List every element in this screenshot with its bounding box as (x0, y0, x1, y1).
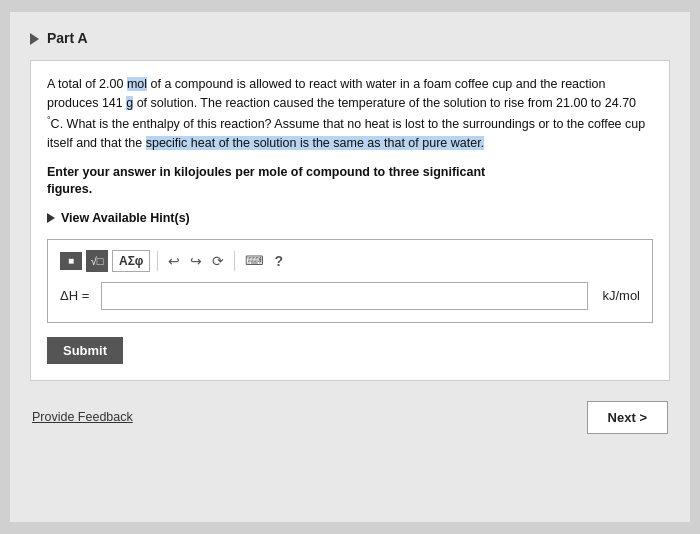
redo-icon: ↪ (190, 253, 202, 269)
part-header: Part A (30, 30, 670, 46)
reset-icon: ⟳ (212, 253, 224, 269)
sqrt-button[interactable]: √□ (86, 250, 108, 272)
sqrt-icon: √□ (91, 255, 104, 267)
highlight-g: g (126, 96, 133, 110)
undo-button[interactable]: ↩ (165, 250, 183, 272)
unit-label: kJ/mol (602, 288, 640, 303)
submit-button[interactable]: Submit (47, 337, 123, 364)
help-label: ? (274, 253, 283, 269)
input-area: ■ √□ ΑΣφ ↩ ↪ ⟳ (47, 239, 653, 323)
help-button[interactable]: ? (271, 250, 286, 272)
hint-expand-icon (47, 213, 55, 223)
hint-label: View Available Hint(s) (61, 211, 190, 225)
instructions-text: Enter your answer in kilojoules per mole… (47, 164, 653, 199)
collapse-icon[interactable] (30, 33, 39, 45)
matrix-icon: ■ (68, 255, 74, 266)
highlight-specific-heat: specific heat of the solution is the sam… (146, 136, 484, 150)
matrix-button[interactable]: ■ (60, 252, 82, 270)
greek-button[interactable]: ΑΣφ (112, 250, 150, 272)
formula-row: ΔH = kJ/mol (60, 282, 640, 310)
delta-h-label: ΔH = (60, 288, 89, 303)
keyboard-icon: ⌨ (245, 253, 264, 268)
problem-text: A total of 2.00 mol of a compound is all… (47, 75, 653, 154)
answer-input[interactable] (101, 282, 588, 310)
content-box: A total of 2.00 mol of a compound is all… (30, 60, 670, 381)
highlight-mol: mol (127, 77, 147, 91)
keyboard-button[interactable]: ⌨ (242, 250, 267, 272)
footer-row: Provide Feedback Next > (30, 401, 670, 434)
part-title: Part A (47, 30, 88, 46)
separator2 (234, 251, 235, 271)
page-container: Part A A total of 2.00 mol of a compound… (10, 12, 690, 522)
separator1 (157, 251, 158, 271)
hint-row[interactable]: View Available Hint(s) (47, 211, 653, 225)
redo-button[interactable]: ↪ (187, 250, 205, 272)
toolbar: ■ √□ ΑΣφ ↩ ↪ ⟳ (60, 250, 640, 272)
reset-button[interactable]: ⟳ (209, 250, 227, 272)
next-label: Next > (608, 410, 647, 425)
next-button[interactable]: Next > (587, 401, 668, 434)
greek-label: ΑΣφ (119, 254, 143, 268)
undo-icon: ↩ (168, 253, 180, 269)
feedback-link[interactable]: Provide Feedback (32, 410, 133, 424)
